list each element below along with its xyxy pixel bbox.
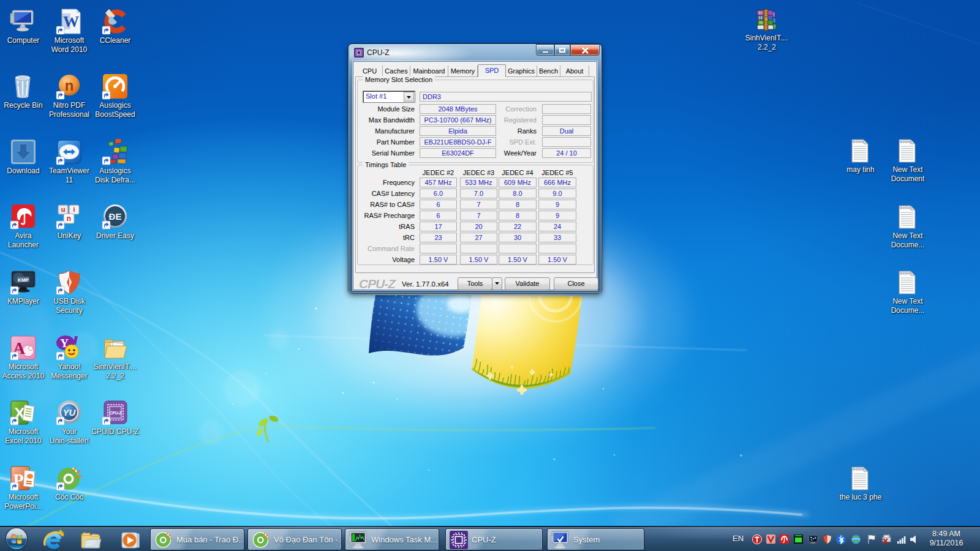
svg-text:n: n	[67, 214, 71, 223]
svg-text:YU: YU	[63, 407, 77, 418]
svg-text:ÐE: ÐE	[109, 211, 122, 222]
svg-text:W: W	[63, 13, 79, 31]
svg-text:KMP: KMP	[18, 277, 29, 283]
svg-text:i: i	[73, 206, 75, 213]
svg-text:u: u	[61, 206, 66, 213]
svg-text:CPU-Z: CPU-Z	[110, 411, 121, 415]
svg-text:n: n	[65, 77, 74, 94]
